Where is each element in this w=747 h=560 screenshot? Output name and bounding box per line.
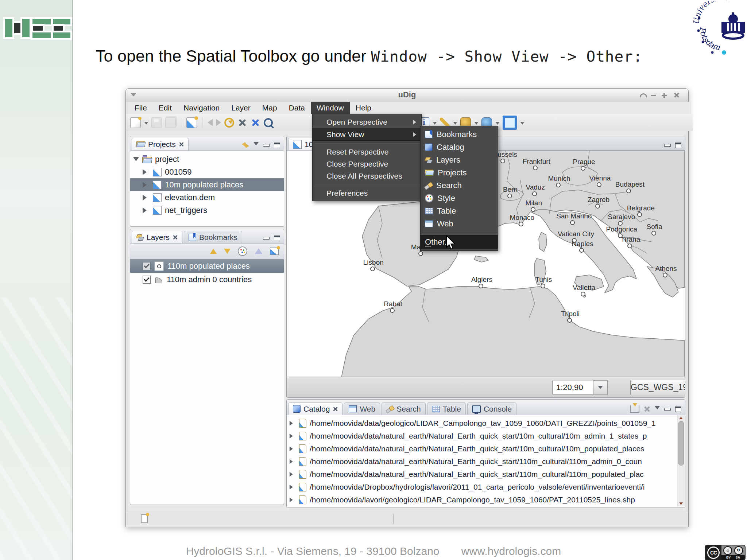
selection-tool-icon[interactable] (503, 116, 517, 130)
menu-item-layers[interactable]: Layers (421, 153, 498, 166)
menu-item-catalog[interactable]: Catalog (421, 141, 498, 153)
expander-open-icon[interactable] (133, 157, 139, 164)
remove-icon[interactable] (644, 406, 650, 412)
catalog-row[interactable]: /home/moovida/data/natural_earth/Natural… (287, 442, 685, 455)
menu-item-search[interactable]: Search (421, 179, 498, 192)
tab-close-icon[interactable] (333, 407, 338, 412)
layer-checkbox[interactable] (143, 276, 151, 284)
catalog-scrollbar[interactable] (677, 415, 685, 506)
zoom-icon[interactable] (264, 118, 273, 127)
tab-projects[interactable]: Projects (132, 138, 189, 150)
menu-item-show-view[interactable]: Show View (313, 128, 421, 141)
expander-closed-icon[interactable] (143, 182, 150, 188)
cc-license-badge[interactable]: CC ☺ ↻ BY SA (705, 545, 746, 560)
minimize-button[interactable] (650, 92, 657, 99)
maximize-button[interactable] (661, 92, 668, 99)
scrollbar-thumb[interactable] (678, 421, 684, 466)
menu-item-close-all-perspectives[interactable]: Close All Perspectives (313, 170, 421, 182)
tab-web[interactable]: Web (344, 402, 380, 415)
style-palette-icon[interactable] (238, 246, 247, 256)
scale-dropdown-button[interactable] (593, 380, 608, 395)
expander-closed-icon[interactable] (290, 446, 295, 451)
expander-closed-icon[interactable] (290, 433, 295, 438)
selection-tool-dropdown-icon[interactable] (520, 122, 524, 127)
close-button[interactable] (673, 92, 680, 99)
tab-table[interactable]: Table (427, 402, 466, 415)
view-menu-icon[interactable] (253, 142, 259, 148)
menubar-data[interactable]: Data (283, 102, 311, 114)
scale-value[interactable]: 1:20,90 (552, 381, 593, 394)
menu-item-open-perspective[interactable]: Open Perspective (313, 116, 421, 128)
tab-console[interactable]: Console (467, 402, 516, 415)
catalog-row[interactable]: /home/moovida/data/natural_earth/Natural… (287, 429, 685, 442)
catalog-row[interactable]: /home/moovida/Dropbox/hydrologis/lavori/… (287, 481, 685, 493)
menu-item-table[interactable]: Table (421, 205, 498, 217)
tab-close-icon[interactable] (173, 235, 178, 240)
panel-minimize-icon[interactable] (664, 408, 671, 411)
forward-icon[interactable] (216, 119, 221, 126)
tab-layers[interactable]: Layers (132, 231, 182, 243)
menubar-layer[interactable]: Layer (225, 102, 256, 114)
new-dropdown-icon[interactable] (144, 122, 148, 127)
menu-item-bookmarks[interactable]: Bookmarks (421, 128, 498, 141)
save-all-icon[interactable] (165, 117, 176, 128)
menu-item-preferences[interactable]: Preferences (313, 187, 421, 199)
new-map-icon[interactable] (186, 117, 197, 128)
window-titlebar[interactable]: uDig (126, 89, 688, 102)
edit-layer-icon[interactable] (270, 248, 279, 255)
expander-closed-icon[interactable] (143, 195, 150, 201)
tab-catalog[interactable]: Catalog (288, 402, 342, 415)
new-icon[interactable] (130, 117, 141, 128)
expander-closed-icon[interactable] (143, 207, 150, 213)
shade-button[interactable] (639, 92, 646, 99)
layer-up-icon[interactable] (210, 249, 217, 254)
tree-item-elevation-dem[interactable]: elevation.dem (130, 191, 284, 204)
expander-closed-icon[interactable] (290, 485, 295, 489)
menu-item-web[interactable]: Web (421, 217, 498, 230)
menubar-navigation[interactable]: Navigation (178, 102, 225, 114)
layer-row-110m-admin-0-countries[interactable]: 110m admin 0 countries (130, 273, 284, 286)
catalog-row[interactable]: /home/moovida/data/natural_earth/Natural… (287, 468, 685, 481)
back-icon[interactable] (208, 119, 213, 126)
panel-maximize-icon[interactable] (274, 143, 280, 148)
expander-closed-icon[interactable] (290, 421, 295, 425)
tree-item-001059[interactable]: 001059 (130, 166, 284, 178)
zoom-extent-icon[interactable] (251, 118, 260, 128)
panel-maximize-icon[interactable] (274, 236, 280, 241)
panel-minimize-icon[interactable] (263, 144, 270, 147)
menubar-help[interactable]: Help (350, 102, 377, 114)
import-icon[interactable] (630, 405, 639, 413)
layer-row-110m-populated-places[interactable]: 110m populated places (130, 259, 284, 273)
menubar-map[interactable]: Map (256, 102, 283, 114)
view-menu-icon[interactable] (655, 406, 660, 412)
panel-maximize-icon[interactable] (675, 407, 681, 412)
menu-item-other[interactable]: Other... (421, 235, 498, 249)
save-icon[interactable] (151, 117, 162, 128)
tab-close-icon[interactable] (179, 142, 184, 147)
menu-item-reset-perspective[interactable]: Reset Perspective (313, 146, 421, 158)
expander-closed-icon[interactable] (290, 459, 295, 464)
menu-item-projects[interactable]: Projects (421, 166, 498, 179)
scale-combo[interactable]: 1:20,90 (552, 380, 608, 395)
delete-icon[interactable] (237, 118, 247, 128)
layer-down-icon[interactable] (224, 249, 231, 254)
menu-item-close-perspective[interactable]: Close Perspective (313, 158, 421, 170)
tree-item-project[interactable]: project (130, 153, 284, 166)
catalog-row[interactable]: /home/moovida/data/geologico/LIDAR_Campo… (287, 417, 685, 429)
panel-maximize-icon[interactable] (675, 143, 681, 148)
footer-website[interactable]: www.hydrologis.com (461, 545, 561, 557)
expander-closed-icon[interactable] (290, 497, 295, 502)
menubar-file[interactable]: File (129, 102, 153, 114)
menubar-window[interactable]: Window (311, 102, 350, 114)
crs-button[interactable]: GCS_WGS_1984 (630, 380, 685, 395)
tree-item-10m-populated-places[interactable]: 10m populated places (130, 178, 284, 191)
tab-search[interactable]: Search (382, 402, 426, 415)
expander-closed-icon[interactable] (143, 169, 150, 175)
catalog-row[interactable]: /home/moovida/lavori/geologico/LIDAR_Cam… (287, 493, 685, 506)
link-editor-icon[interactable] (242, 142, 249, 148)
menu-item-style[interactable]: Style (421, 192, 498, 205)
new-feature-icon[interactable] (141, 514, 148, 523)
layer-checkbox[interactable] (143, 262, 151, 270)
transparency-icon[interactable] (255, 248, 263, 254)
tab-bookmarks[interactable]: Bookmarks (184, 231, 242, 243)
